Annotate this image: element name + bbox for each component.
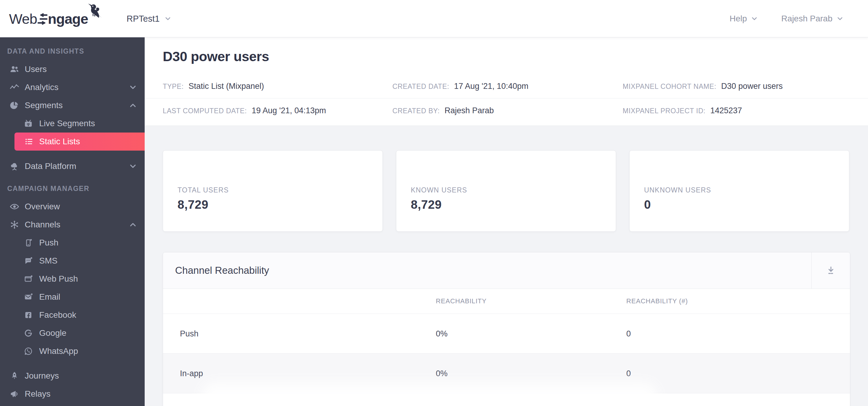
overview-icon — [8, 201, 21, 213]
user-name: Rajesh Parab — [781, 14, 832, 24]
sms-icon — [23, 256, 34, 266]
webengage-logo[interactable]: Webngage — [9, 0, 105, 37]
stat-value: 8,729 — [178, 198, 382, 211]
stat-card-total-users: TOTAL USERS 8,729 — [163, 150, 383, 232]
meta-value: 17 Aug '21, 10:40pm — [454, 81, 528, 91]
meta-value: D30 power users — [721, 81, 783, 91]
user-menu[interactable]: Rajesh Parab — [781, 14, 844, 24]
stat-card-known-users: KNOWN USERS 8,729 — [396, 150, 616, 232]
sidebar-item-analytics[interactable]: Analytics — [0, 78, 145, 96]
bottom-glow-overlay — [202, 382, 657, 406]
chevron-down-icon — [836, 15, 844, 23]
web-push-icon — [23, 273, 34, 284]
stats-row: TOTAL USERS 8,729 KNOWN USERS 8,729 UNKN… — [163, 150, 849, 232]
top-bar: Webngage RPTest1 Help Rajesh Parab — [0, 0, 868, 37]
sidebar-item-label: WhatsApp — [0, 346, 78, 356]
meta-value: Rajesh Parab — [444, 106, 494, 115]
live-segments-icon — [23, 118, 34, 129]
chevron-down-icon — [128, 83, 137, 92]
stat-card-unknown-users: UNKNOWN USERS 0 — [629, 150, 849, 232]
sidebar-item-journeys[interactable]: Journeys — [0, 367, 145, 385]
table-row-push: Push 0% 0 — [163, 314, 850, 353]
meta-value: 19 Aug '21, 04:13pm — [252, 106, 326, 115]
project-selector[interactable]: RPTest1 — [127, 0, 172, 37]
page-title: D30 power users — [145, 37, 868, 74]
sidebar-item-label: Web Push — [0, 274, 78, 284]
page-header: D30 power users TYPE: Static List (Mixpa… — [145, 37, 868, 126]
meta-created-by: CREATED BY: Rajesh Parab — [393, 106, 623, 115]
download-button[interactable] — [811, 252, 850, 289]
sidebar-item-google[interactable]: Google — [0, 324, 145, 342]
sidebar-item-facebook[interactable]: Facebook — [0, 306, 145, 324]
stat-value: 0 — [644, 198, 849, 211]
sidebar-item-label: Facebook — [0, 310, 76, 320]
data-platform-icon — [8, 160, 21, 172]
stat-label: KNOWN USERS — [411, 186, 616, 194]
meta-label: MIXPANEL COHORT NAME: — [623, 82, 716, 91]
logo-text: Webngage — [9, 12, 88, 26]
users-icon — [8, 63, 21, 75]
meta-label: MIXPANEL PROJECT ID: — [623, 107, 706, 115]
help-label: Help — [730, 14, 747, 24]
table-header-row: REACHABILITY REACHABILITY (#) — [163, 289, 850, 314]
meta-type: TYPE: Static List (Mixpanel) — [163, 81, 393, 91]
help-menu[interactable]: Help — [730, 14, 758, 24]
download-icon — [826, 265, 836, 276]
column-header-reachability: REACHABILITY — [436, 297, 487, 305]
meta-mixpanel-project-id: MIXPANEL PROJECT ID: 1425237 — [623, 106, 742, 115]
bird-icon — [86, 2, 103, 19]
meta-row-2: LAST COMPUTED DATE: 19 Aug '21, 04:13pm … — [145, 99, 868, 123]
sidebar-item-relays[interactable]: Relays — [0, 385, 145, 403]
reachability-count: 0 — [626, 369, 631, 378]
sidebar-item-email[interactable]: Email — [0, 288, 145, 306]
sidebar-item-label: Users — [0, 64, 47, 74]
sidebar-item-whatsapp[interactable]: WhatsApp — [0, 342, 145, 360]
reachability-count: 0 — [626, 329, 631, 338]
chevron-up-icon — [128, 220, 137, 229]
column-header-reachability-count: REACHABILITY (#) — [626, 297, 688, 305]
main-content: D30 power users TYPE: Static List (Mixpa… — [145, 37, 868, 406]
meta-label: CREATED DATE: — [393, 82, 449, 91]
meta-label: TYPE: — [163, 82, 184, 91]
meta-last-computed-date: LAST COMPUTED DATE: 19 Aug '21, 04:13pm — [163, 106, 393, 115]
meta-label: CREATED BY: — [393, 107, 440, 115]
sidebar-item-users[interactable]: Users — [0, 60, 145, 78]
channel-name: Push — [180, 329, 198, 338]
stat-value: 8,729 — [411, 198, 616, 211]
push-icon — [23, 237, 34, 248]
chevron-down-icon — [750, 15, 758, 23]
email-icon — [23, 292, 34, 302]
stat-label: UNKNOWN USERS — [644, 186, 849, 194]
meta-row-1: TYPE: Static List (Mixpanel) CREATED DAT… — [145, 74, 868, 99]
relays-icon — [8, 388, 21, 400]
sidebar-item-data-platform[interactable]: Data Platform — [0, 157, 145, 175]
reachability-percent: 0% — [436, 369, 447, 378]
section-title: Channel Reachability — [175, 265, 269, 276]
sidebar-item-static-lists[interactable]: Static Lists — [14, 133, 145, 150]
project-name: RPTest1 — [127, 14, 160, 24]
sidebar-item-web-push[interactable]: Web Push — [0, 270, 145, 288]
facebook-icon — [23, 310, 34, 320]
analytics-icon — [8, 81, 21, 93]
sidebar-item-sms[interactable]: SMS — [0, 252, 145, 270]
sidebar-item-channels[interactable]: Channels — [0, 216, 145, 234]
meta-value: 1425237 — [710, 106, 742, 115]
sidebar-item-live-segments[interactable]: Live Segments — [0, 114, 145, 133]
exchange-arrows-e-icon — [37, 13, 48, 25]
reachability-percent: 0% — [436, 329, 447, 338]
channel-name: In-app — [180, 369, 203, 378]
whatsapp-icon — [23, 346, 34, 357]
sidebar-section-campaign-manager: CAMPAIGN MANAGER — [0, 182, 145, 195]
sidebar-item-push[interactable]: Push — [0, 234, 145, 252]
sidebar-item-overview[interactable]: Overview — [0, 198, 145, 216]
sidebar-item-segments[interactable]: Segments — [0, 96, 145, 114]
segments-icon — [8, 99, 21, 111]
chevron-up-icon — [128, 101, 137, 110]
static-lists-icon — [23, 136, 35, 147]
meta-mixpanel-cohort-name: MIXPANEL COHORT NAME: D30 power users — [623, 81, 783, 91]
channels-icon — [8, 219, 21, 231]
sidebar-item-label: Relays — [0, 389, 51, 399]
journeys-icon — [8, 370, 21, 382]
chevron-down-icon — [164, 15, 172, 23]
google-icon — [23, 328, 34, 339]
